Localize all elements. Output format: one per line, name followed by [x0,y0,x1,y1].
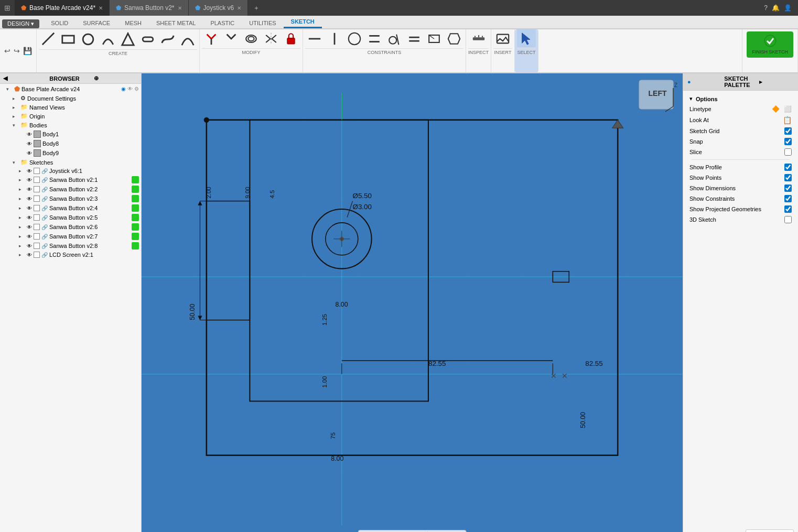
slot-tool[interactable] [138,29,157,48]
tree-root[interactable]: ▾ ⬟ Base Plate Arcade v24 ◉ 👁 ⚙ [0,84,141,94]
lock-tool[interactable] [282,29,300,47]
browser-collapse-icon[interactable]: ◀ [3,75,47,82]
line-tool[interactable] [39,29,58,48]
sanwa6-vis[interactable]: 👁 [27,224,32,230]
show-points-checkbox[interactable] [784,174,792,181]
finish-sketch-ribbon-button[interactable]: FINISH SKETCH [747,31,793,58]
options-header-row[interactable]: ▾ Options [687,94,794,104]
app-grid-icon[interactable]: ⊞ [4,4,10,12]
design-dropdown[interactable]: DESIGN ▾ [2,19,39,28]
sketch-grid-checkbox[interactable] [784,127,792,135]
sanwa2-vis[interactable]: 👁 [27,187,32,192]
browser-expand-icon[interactable]: ⊕ [94,75,138,82]
body9-vis-icon[interactable]: 👁 [27,150,32,156]
horizontal-constraint[interactable] [305,29,324,47]
show-dimensions-checkbox[interactable] [784,184,792,192]
show-projected-checkbox[interactable] [784,205,792,213]
tree-sanwa-3[interactable]: ▸ 👁 🔗 Sanwa Button v2:3 [0,194,141,203]
sanwa5-vis[interactable]: 👁 [27,215,32,221]
parallel-constraint[interactable] [365,29,384,47]
user-icon[interactable]: 👤 [784,4,792,12]
canvas-viewport[interactable]: Ø5.50 Ø3.00 2.00 9.00 4.5 8.00 1.25 50.0… [142,73,683,532]
lcd-vis[interactable]: 👁 [27,252,32,258]
tree-sanwa-5[interactable]: ▸ 👁 🔗 Sanwa Button v2:5 [0,213,141,222]
equal-constraint[interactable] [405,29,424,47]
tangent-constraint[interactable] [385,29,404,47]
3d-sketch-checkbox[interactable] [784,216,792,223]
insert-image-tool[interactable] [493,29,512,47]
slice-checkbox[interactable] [784,148,792,156]
trim-tool[interactable] [202,29,221,47]
tree-sanwa-2[interactable]: ▸ 👁 🔗 Sanwa Button v2:2 [0,184,141,194]
sanwa3-vis[interactable]: 👁 [27,196,32,202]
extend-tool[interactable] [222,29,241,47]
tab-solid[interactable]: SOLID [44,18,76,28]
tree-sanwa-4[interactable]: ▸ 👁 🔗 Sanwa Button v2:4 [0,203,141,213]
tree-lcd[interactable]: ▸ 👁 🔗 LCD Screen v2:1 [0,251,141,259]
offset-tool[interactable] [242,29,261,47]
show-profile-checkbox[interactable] [784,164,792,171]
tree-joystick-v6[interactable]: ▸ 👁 🔗 Joystick v6:1 [0,167,141,175]
polygon-tool[interactable] [118,29,137,48]
select-tool[interactable] [517,29,536,47]
vertical-constraint[interactable] [325,29,344,47]
tab-close-joystick[interactable]: ✕ [237,5,241,11]
body1-vis-icon[interactable]: 👁 [27,132,32,137]
circle-tool[interactable] [79,29,98,48]
linetype-icon1[interactable]: 🔶 [772,105,780,113]
tree-named-views[interactable]: ▸ 📁 Named Views [0,103,141,112]
tree-body1[interactable]: ▸ 👁 Body1 [0,129,141,139]
tab-sheet-metal[interactable]: SHEET METAL [149,18,203,28]
root-vis-icon[interactable]: 👁 [127,86,133,92]
new-tab-button[interactable]: ＋ [248,0,265,16]
tab-close-sanwa[interactable]: ✕ [178,5,182,11]
show-constraints-checkbox[interactable] [784,195,792,202]
tab-base-plate[interactable]: ⬟ Base Plate Arcade v24* ✕ [15,0,110,16]
palette-expand-icon[interactable]: ▸ [759,79,794,85]
sanwa7-vis[interactable]: 👁 [27,234,32,240]
tree-doc-settings[interactable]: ▸ ⚙ Document Settings [0,94,141,103]
look-at-icon[interactable]: 📋 [783,116,792,124]
arc-tool[interactable] [99,29,117,48]
tree-sanwa-8[interactable]: ▸ 👁 🔗 Sanwa Button v2:8 [0,241,141,251]
joystick-vis[interactable]: 👁 [27,168,32,174]
stretch-tool[interactable] [425,29,444,47]
body8-vis-icon[interactable]: 👁 [27,141,32,147]
tree-sanwa-7[interactable]: ▸ 👁 🔗 Sanwa Button v2:7 [0,232,141,241]
save-button[interactable]: 💾 [22,46,33,56]
mirror-tool[interactable] [262,29,281,47]
dimension-tool[interactable] [345,29,364,47]
tab-joystick[interactable]: ⬟ Joystick v6 ✕ [189,0,249,16]
tab-surface[interactable]: SURFACE [76,18,117,28]
undo-button[interactable]: ↩ [3,46,12,56]
view-cube[interactable]: LEFT Z [637,78,678,109]
tab-sketch[interactable]: SKETCH [284,16,322,28]
tree-body9[interactable]: ▸ 👁 Body9 [0,148,141,158]
notifications-icon[interactable]: 🔔 [772,4,780,12]
sanwa4-vis[interactable]: 👁 [27,205,32,211]
spline-tool[interactable] [158,29,177,48]
tab-mesh[interactable]: MESH [117,18,149,28]
tree-sanwa-6[interactable]: ▸ 👁 🔗 Sanwa Button v2:6 [0,222,141,232]
root-settings-icon[interactable]: ⚙ [134,86,139,92]
tree-sanwa-1[interactable]: ▸ 👁 🔗 Sanwa Button v2:1 [0,175,141,184]
tree-sketches[interactable]: ▾ 📁 Sketches [0,158,141,167]
tree-bodies[interactable]: ▾ 📁 Bodies [0,121,141,129]
rectangle-tool[interactable] [59,29,78,48]
measure-tool[interactable] [469,29,488,47]
sanwa1-vis[interactable]: 👁 [27,177,32,183]
help-icon[interactable]: ? [764,4,768,12]
tab-close-base[interactable]: ✕ [99,5,103,11]
redo-button[interactable]: ↪ [13,46,21,56]
project-include[interactable] [445,29,463,47]
tab-sanwa[interactable]: ⬟ Sanwa Button v2* ✕ [110,0,188,16]
linetype-icon2[interactable]: ⬜ [784,105,792,113]
tab-utilities[interactable]: UTILITIES [242,18,283,28]
tree-body8[interactable]: ▸ 👁 Body8 [0,139,141,148]
finish-sketch-button[interactable]: Finish Sketch [746,529,794,532]
tab-plastic[interactable]: PLASTIC [203,18,242,28]
conic-tool[interactable] [178,29,197,48]
sanwa8-vis[interactable]: 👁 [27,243,32,249]
snap-checkbox[interactable] [784,138,792,145]
tree-origin[interactable]: ▸ 📁 Origin [0,112,141,121]
